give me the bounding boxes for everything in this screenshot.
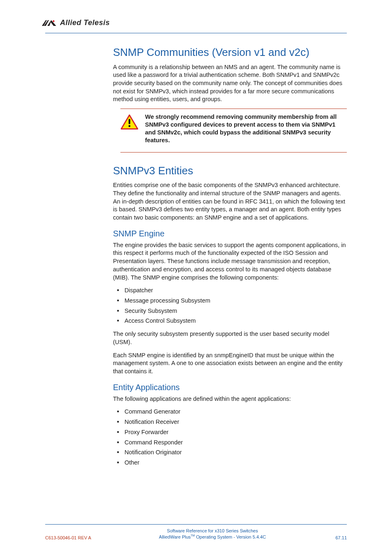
header-rule (45, 33, 347, 33)
svg-marker-2 (47, 20, 56, 26)
heading-snmpv3-entities: SNMPv3 Entities (113, 164, 347, 178)
list-item: Message processing Subsystem (125, 297, 347, 305)
list-snmp-engine-components: Dispatcher Message processing Subsystem … (113, 287, 347, 325)
footer-center: Software Reference for x310 Series Switc… (103, 528, 322, 540)
list-item: Proxy Forwarder (125, 428, 347, 437)
paragraph-snmp-engine: The engine provides the basic services t… (113, 241, 347, 282)
list-item: Notification Receiver (125, 418, 347, 426)
paragraph-snmp-communities: A community is a relationship between an… (113, 63, 347, 104)
paragraph-engine-id: Each SNMP engine is identified by an snm… (113, 352, 347, 376)
list-entity-applications: Command Generator Notification Receiver … (113, 408, 347, 467)
heading-entity-applications: Entity Applications (113, 382, 347, 393)
svg-point-6 (129, 125, 131, 127)
paragraph-usm-note: The only security subsystem presently su… (113, 330, 347, 346)
heading-snmp-engine: SNMP Engine (113, 229, 347, 239)
list-item: Notification Originator (125, 449, 347, 457)
footer-line2: AlliedWare PlusTM Operating System - Ver… (103, 534, 322, 540)
list-item: Command Generator (125, 408, 347, 416)
list-item: Security Subsystem (125, 307, 347, 315)
footer-revision: C613-50046-01 REV A (45, 535, 103, 540)
footer-page-number: 67.11 (322, 535, 347, 540)
footer-line1: Software Reference for x310 Series Switc… (103, 528, 322, 534)
list-item: Access Control Subsystem (125, 317, 347, 325)
warning-text: We strongly recommend removing community… (145, 113, 347, 145)
paragraph-snmpv3-entities: Entities comprise one of the basic compo… (113, 181, 347, 222)
paragraph-entity-applications: The following applications are defined w… (113, 395, 347, 403)
brand-header: Allied Telesis (41, 18, 347, 27)
warning-icon (120, 114, 138, 130)
svg-rect-5 (129, 119, 130, 124)
footer-rule (45, 524, 347, 525)
brand-logo-icon (41, 19, 57, 27)
list-item: Command Responder (125, 439, 347, 447)
svg-point-3 (53, 20, 54, 22)
heading-snmp-communities: SNMP Communities (Version v1 and v2c) (113, 46, 347, 59)
list-item: Other (125, 459, 347, 467)
list-item: Dispatcher (125, 287, 347, 295)
warning-callout: We strongly recommend removing community… (120, 109, 347, 153)
page-footer: C613-50046-01 REV A Software Reference f… (45, 524, 347, 540)
brand-name: Allied Telesis (60, 18, 110, 27)
